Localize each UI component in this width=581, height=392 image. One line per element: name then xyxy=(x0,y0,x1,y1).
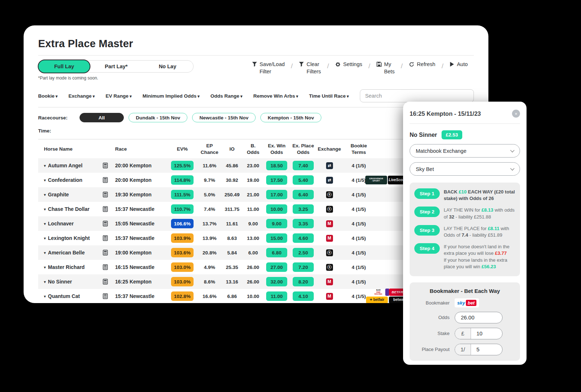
ev-badge[interactable]: 111.5% xyxy=(171,190,194,199)
exchange-swap-arrows-icon[interactable]: ⇄ xyxy=(326,162,333,169)
grosvenor-sport-logo[interactable]: GROSVENOR· SPORT · xyxy=(365,176,387,184)
filter-ev-range[interactable]: EV Range▾ xyxy=(106,93,132,99)
calculator-icon[interactable] xyxy=(103,177,115,183)
ex-win-odds-badge[interactable]: 11.00 xyxy=(266,291,287,301)
horse-name[interactable]: ▾Autumn Angel xyxy=(38,163,103,168)
horse-name[interactable]: ▾Lexington Knight xyxy=(38,235,103,241)
calculator-icon[interactable] xyxy=(103,235,115,241)
odds-input[interactable]: 26.00 xyxy=(455,312,503,323)
step-row: Step 3LAY THE PLACE for £8.11 with Odds … xyxy=(414,225,515,238)
filter-exchange[interactable]: Exchange▾ xyxy=(69,93,95,99)
filter-remove-win-arbs[interactable]: Remove Win Arbs▾ xyxy=(253,93,298,99)
ex-place-odds-badge[interactable]: 3.25 xyxy=(293,204,314,214)
toolbar-my-bets[interactable]: MyBets xyxy=(370,61,401,75)
ev-badge[interactable]: 103.9% xyxy=(171,233,194,243)
calculator-icon[interactable] xyxy=(103,163,115,168)
racecourse-chip-all[interactable]: All xyxy=(80,113,124,122)
horse-name[interactable]: ▾Quantum Cat xyxy=(38,293,103,299)
horse-name[interactable]: ▾Master Richard xyxy=(38,264,103,270)
toolbar-auto[interactable]: Auto xyxy=(443,61,474,68)
ex-place-odds-badge[interactable]: 6.40 xyxy=(293,190,314,199)
ex-place-odds-badge[interactable]: 7.40 xyxy=(293,161,314,170)
horse-name[interactable]: ▾Graphite xyxy=(38,192,103,197)
toolbar-refresh[interactable]: Refresh xyxy=(403,61,442,68)
horse-name[interactable]: ▾Lochnaver xyxy=(38,221,103,226)
place-payout-input[interactable]: 1/ 5 xyxy=(455,344,503,355)
toolbar-settings[interactable]: Settings xyxy=(329,61,368,68)
calculator-icon[interactable] xyxy=(103,250,115,256)
ev-badge[interactable]: 125.5% xyxy=(171,161,194,170)
ex-place-odds-badge[interactable]: 4.60 xyxy=(293,233,314,243)
bookmaker-box: Bookmaker - Bet Each Way Bookmaker sky b… xyxy=(410,282,520,361)
panel-title: 16:25 Kempton - 15/11/23 xyxy=(410,110,481,117)
exchange-m-icon[interactable]: M xyxy=(326,293,333,300)
exchange-m-icon[interactable]: M xyxy=(326,220,333,227)
ev-badge[interactable]: 102.8% xyxy=(171,291,194,301)
mode-part-lay[interactable]: Part Lay* xyxy=(90,61,142,72)
filter-odds-range[interactable]: Odds Range▾ xyxy=(210,93,242,99)
ex-win-odds-badge[interactable]: 6.80 xyxy=(266,248,287,257)
filter-row: Bookie▾Exchange▾EV Range▾Minimum Implied… xyxy=(38,89,474,102)
ev-badge[interactable]: 106.6% xyxy=(171,219,194,228)
ev-badge[interactable]: 114.8% xyxy=(171,175,194,185)
racecourse-chip-newcastle-15th-nov[interactable]: Newcastle - 15th Nov xyxy=(192,113,256,122)
horse-name[interactable]: ▾American Belle xyxy=(38,250,103,256)
mode-full-lay[interactable]: Full Lay xyxy=(38,60,90,73)
calculator-icon[interactable] xyxy=(103,293,115,299)
chevron-down-icon: ▾ xyxy=(44,178,46,182)
exchange-s-circle-icon[interactable]: $ xyxy=(326,264,333,271)
ex-win-odds-badge[interactable]: 17.50 xyxy=(266,175,287,185)
horse-name[interactable]: ▾Chase The Dollar xyxy=(38,206,103,212)
ex-win-odds-badge[interactable]: 15.00 xyxy=(266,233,287,243)
ex-place-odds-badge[interactable]: 8.20 xyxy=(293,277,314,286)
calculator-icon[interactable] xyxy=(103,221,115,226)
ex-place-odds-badge[interactable]: 5.40 xyxy=(293,175,314,185)
filter-time-until-race[interactable]: Time Until Race▾ xyxy=(309,93,349,99)
search-input[interactable] xyxy=(360,89,474,102)
ex-win-odds-badge[interactable]: 17.00 xyxy=(266,190,287,199)
racecourse-chip-dundalk-15th-nov[interactable]: Dundalk - 15th Nov xyxy=(129,113,187,122)
betfair-logo[interactable]: ✦betfair xyxy=(366,297,388,303)
exchange-m-icon[interactable]: M xyxy=(326,235,333,242)
bar-one-racing-logo[interactable]: BARONERACING xyxy=(371,289,385,296)
calculator-icon[interactable] xyxy=(103,264,115,270)
stake-input[interactable]: £ 10 xyxy=(455,328,503,339)
filter-bookie[interactable]: Bookie▾ xyxy=(38,93,58,99)
bookie-terms-cell: 4 (1/5) xyxy=(342,163,375,168)
ev-badge[interactable]: 103.6% xyxy=(171,248,194,257)
ex-place-odds-badge[interactable]: 7.20 xyxy=(293,262,314,272)
ev-badge[interactable]: 110.7% xyxy=(171,204,194,214)
ex-place-odds-badge[interactable]: 2.50 xyxy=(293,248,314,257)
step-text-segment: BACK xyxy=(444,189,459,195)
bookie-select[interactable]: Sky Bet xyxy=(410,162,520,176)
bookie-terms-cell: 4 (1/5) xyxy=(342,221,375,226)
ex-win-odds-badge[interactable]: 18.50 xyxy=(266,161,287,170)
calculator-icon[interactable] xyxy=(103,279,115,285)
exchange-swap-arrows-icon[interactable]: ⇄ xyxy=(326,177,333,184)
mode-no-lay[interactable]: No Lay xyxy=(142,61,193,72)
ex-win-odds-badge[interactable]: 27.00 xyxy=(266,262,287,272)
horse-name[interactable]: ▾No Sinner xyxy=(38,279,103,285)
exchange-m-icon[interactable]: M xyxy=(326,278,333,285)
profit-badge[interactable]: £2.53 xyxy=(442,130,463,139)
ex-place-odds-badge[interactable]: 3.35 xyxy=(293,219,314,228)
racecourse-chip-kempton-15th-nov[interactable]: Kempton - 15th Nov xyxy=(260,113,321,122)
exchange-s-circle-icon[interactable]: $ xyxy=(326,206,333,213)
exchange-s-circle-icon[interactable]: $ xyxy=(326,191,333,198)
toolbar-clear-filters[interactable]: ClearFilters xyxy=(293,61,327,75)
ev-badge[interactable]: 103.0% xyxy=(171,277,194,286)
ex-place-odds-badge[interactable]: 4.10 xyxy=(293,291,314,301)
ex-win-odds-badge[interactable]: 10.00 xyxy=(266,204,287,214)
horse-name[interactable]: ▾Confederation xyxy=(38,177,103,183)
calculator-icon[interactable] xyxy=(103,206,115,212)
filter-minimum-implied-odds[interactable]: Minimum Implied Odds▾ xyxy=(142,93,199,99)
toolbar-save-load-filter[interactable]: Save/LoadFilter xyxy=(246,61,291,75)
ex-win-odds-badge[interactable]: 32.00 xyxy=(266,277,287,286)
col-header: Bookie Terms xyxy=(342,143,375,155)
close-icon[interactable]: × xyxy=(512,110,520,118)
exchange-s-circle-icon[interactable]: $ xyxy=(326,249,333,256)
calculator-icon[interactable] xyxy=(103,192,115,197)
exchange-select[interactable]: Matchbook Exchange xyxy=(410,144,520,158)
ev-badge[interactable]: 103.0% xyxy=(171,262,194,272)
ex-win-odds-badge[interactable]: 9.00 xyxy=(266,219,287,228)
